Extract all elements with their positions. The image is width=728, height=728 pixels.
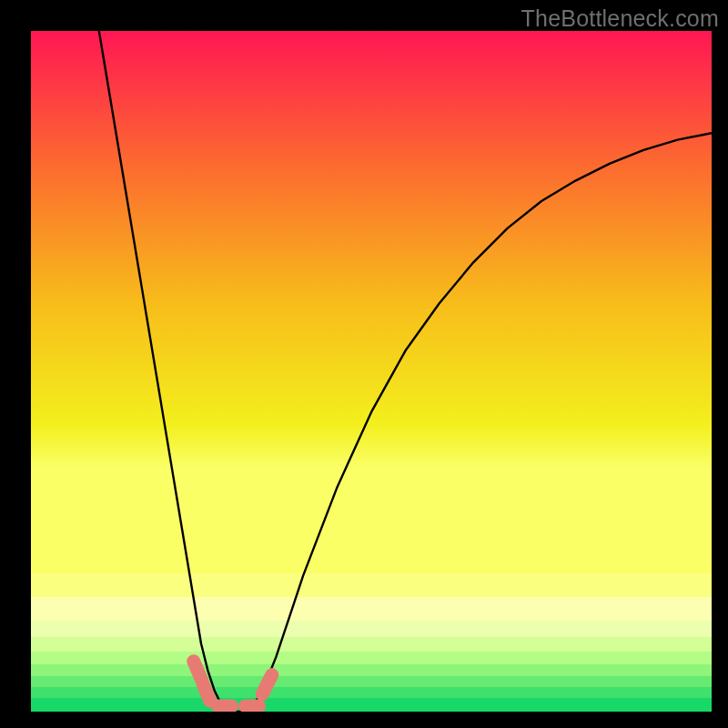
svg-line-14 [262, 675, 271, 694]
svg-line-11 [203, 684, 209, 701]
curves-layer [31, 31, 712, 712]
curve-left [99, 31, 249, 712]
chart-frame: TheBottleneck.com [0, 0, 728, 728]
plot-area [31, 31, 712, 712]
svg-line-10 [194, 662, 202, 681]
curve-right [248, 133, 712, 712]
bottom-markers [194, 662, 272, 706]
watermark-text: TheBottleneck.com [521, 5, 719, 32]
